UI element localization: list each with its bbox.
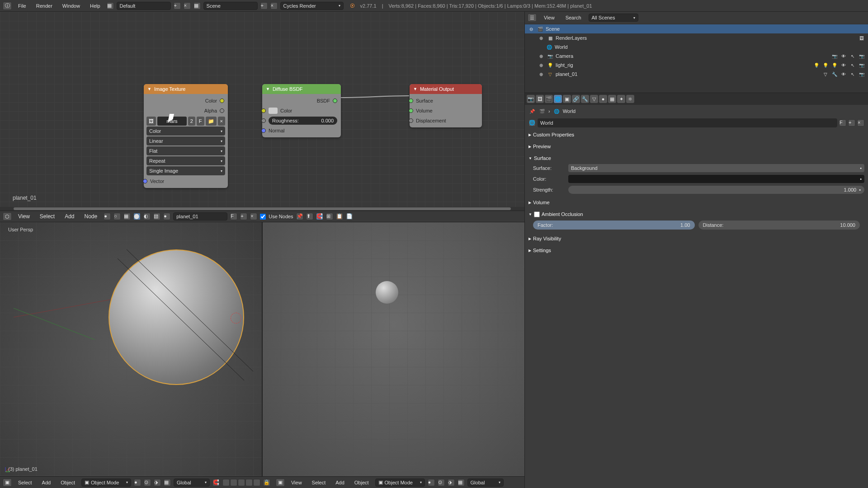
lamp-icon[interactable]: 💡 (831, 61, 838, 69)
projection-dropdown[interactable]: Flat▾ (146, 146, 225, 155)
tab-object-icon[interactable]: ▣ (563, 95, 571, 103)
v3d-menu-select[interactable]: Select (308, 480, 330, 485)
v3d-menu-object[interactable]: Object (57, 480, 79, 485)
planet-mesh[interactable] (108, 249, 244, 385)
ne-menu-node[interactable]: Node (81, 213, 101, 220)
eye-icon[interactable]: 👁 (840, 70, 847, 78)
outliner-item-lightrig[interactable]: ⊕💡light_rig💡💡💡👁↖📷 (525, 61, 868, 70)
tab-constraints-icon[interactable]: 🔗 (572, 95, 580, 103)
scene-add-icon[interactable]: + (260, 2, 268, 9)
renderlayers-icon[interactable]: 🖼 (858, 34, 865, 42)
world-unlink-icon[interactable]: × (857, 119, 864, 127)
shader-type-world-icon[interactable]: ○ (113, 213, 121, 220)
tab-particles-icon[interactable]: ✦ (617, 95, 625, 103)
shader-type-line-icon[interactable]: ▦ (123, 213, 131, 220)
outliner-view[interactable]: View (540, 15, 558, 20)
v3d-menu-object[interactable]: Object (351, 480, 373, 485)
node-diffuse-bsdf[interactable]: ▼Diffuse BSDF BSDF Color Roughness:0.000… (262, 84, 341, 137)
menu-file[interactable]: File (14, 3, 30, 9)
tab-scene-icon[interactable]: 🎬 (545, 95, 553, 103)
ao-factor-slider[interactable]: Factor:1.00 (533, 221, 695, 230)
panel-ray-visibility[interactable]: ▶Ray Visibility (528, 234, 864, 243)
3d-view-right[interactable] (263, 222, 524, 476)
source-dropdown[interactable]: Single Image▾ (146, 166, 225, 175)
layer-btn[interactable] (245, 479, 253, 486)
ao-distance-slider[interactable]: Distance:10.000 (698, 221, 860, 230)
outliner-item-scene[interactable]: ⊖🎬Scene (525, 24, 868, 33)
v3d-menu-view[interactable]: View (288, 480, 306, 485)
use-nodes-checkbox[interactable] (260, 214, 266, 220)
material-fake-user[interactable]: F (230, 213, 237, 220)
color-swatch[interactable] (269, 108, 278, 114)
pivot-icon[interactable]: ⊙ (144, 479, 151, 486)
strength-slider[interactable]: 1.000• (568, 186, 864, 194)
modifier-icon[interactable]: 🔧 (831, 70, 838, 78)
layer-btn[interactable] (253, 479, 260, 486)
manipulator-icon[interactable]: ⬗ (154, 479, 161, 486)
orientation-dropdown[interactable]: Global▾ (174, 479, 210, 487)
view3d-type-icon[interactable]: ▣ (276, 479, 285, 487)
image-users[interactable]: 2 (188, 117, 195, 126)
tab-modifiers-icon[interactable]: 🔧 (581, 95, 589, 103)
v3d-menu-select[interactable]: Select (14, 480, 36, 485)
shading-rendered-icon[interactable]: ● (428, 479, 435, 486)
tab-render-icon[interactable]: 📷 (527, 95, 535, 103)
color-space-dropdown[interactable]: Color▾ (146, 127, 225, 136)
menu-help[interactable]: Help (86, 3, 104, 9)
tab-render-layers-icon[interactable]: 🖼 (536, 95, 544, 103)
cursor-icon[interactable]: ↖ (849, 70, 856, 78)
node-editor[interactable]: ▼Image Texture Color Alpha 🖼 mars 2 F 📁 … (0, 12, 524, 211)
v3d-menu-add[interactable]: Add (332, 480, 348, 485)
material-browse-icon[interactable]: ● (163, 213, 170, 220)
menu-window[interactable]: Window (59, 3, 84, 9)
render-icon[interactable]: 📷 (858, 70, 865, 78)
scene-breadcrumb-icon[interactable]: 🎬 (538, 108, 546, 115)
node-material-output[interactable]: ▼Material Output Surface Volume Displace… (410, 84, 482, 127)
tree-type-shader-icon[interactable]: ⬤ (133, 213, 141, 220)
snap-icon[interactable]: 🧲 (212, 479, 220, 486)
outliner-type-icon[interactable]: ☰ (528, 14, 537, 22)
layer-btn[interactable] (238, 479, 245, 486)
v3d-menu-add[interactable]: Add (38, 480, 55, 485)
ne-menu-add[interactable]: Add (61, 213, 78, 220)
world-fake-user[interactable]: F (839, 119, 846, 127)
shader-type-object-icon[interactable]: ● (104, 213, 111, 220)
render-engine-dropdown[interactable]: Cycles Render▾ (280, 2, 344, 10)
tab-material-icon[interactable]: ● (599, 95, 607, 103)
screen-layout-dropdown[interactable]: Default (117, 2, 171, 10)
extension-dropdown[interactable]: Repeat▾ (146, 156, 225, 165)
pivot-icon[interactable]: ⊙ (438, 479, 445, 486)
pin-icon[interactable]: 📌 (296, 213, 303, 220)
node-scrollbar[interactable] (0, 207, 524, 211)
3d-view-left[interactable]: User Persp (3) planet_01 (0, 222, 262, 476)
eye-icon[interactable]: 👁 (840, 52, 847, 60)
input-socket-displacement[interactable] (409, 118, 413, 123)
ne-menu-select[interactable]: Select (36, 213, 58, 220)
input-socket-roughness[interactable] (261, 118, 266, 123)
paste-nodes-icon[interactable]: 📄 (346, 213, 353, 220)
world-browse-icon[interactable]: 🌐 (528, 119, 536, 127)
panel-ambient-occlusion[interactable]: ▼Ambient Occlusion (528, 210, 864, 219)
lock-camera-icon[interactable]: 🔒 (263, 479, 270, 486)
manipulator-icon[interactable]: ⬗ (448, 479, 455, 486)
roughness-slider[interactable]: Roughness:0.000 (269, 117, 337, 125)
tab-texture-icon[interactable]: ▦ (608, 95, 616, 103)
image-unlink-icon[interactable]: × (218, 117, 225, 126)
camera-icon[interactable]: 📷 (831, 52, 838, 60)
copy-nodes-icon[interactable]: 📋 (336, 213, 343, 220)
outliner-item-planet[interactable]: ⊕▽planet_01▽🔧👁↖📷 (525, 70, 868, 79)
node-image-texture[interactable]: ▼Image Texture Color Alpha 🖼 mars 2 F 📁 … (144, 84, 228, 188)
tab-physics-icon[interactable]: ⚛ (626, 95, 634, 103)
layout-add-icon[interactable]: + (174, 2, 181, 9)
info-editor-icon[interactable]: ⓘ (3, 2, 12, 10)
snap-element-icon[interactable]: ⊞ (326, 213, 333, 220)
image-fake-user[interactable]: F (197, 117, 204, 126)
outliner-item-world[interactable]: 🌐World (525, 42, 868, 52)
orientation-dropdown[interactable]: Global▾ (467, 479, 504, 487)
lamp-icon[interactable]: 💡 (822, 61, 829, 69)
panel-custom-props[interactable]: ▶Custom Properties (528, 130, 864, 139)
mode-dropdown[interactable]: ▣ Object Mode▾ (375, 479, 425, 487)
scene-browse-icon[interactable]: ▦ (193, 2, 201, 9)
input-socket-normal[interactable] (261, 128, 266, 133)
menu-render[interactable]: Render (33, 3, 56, 9)
